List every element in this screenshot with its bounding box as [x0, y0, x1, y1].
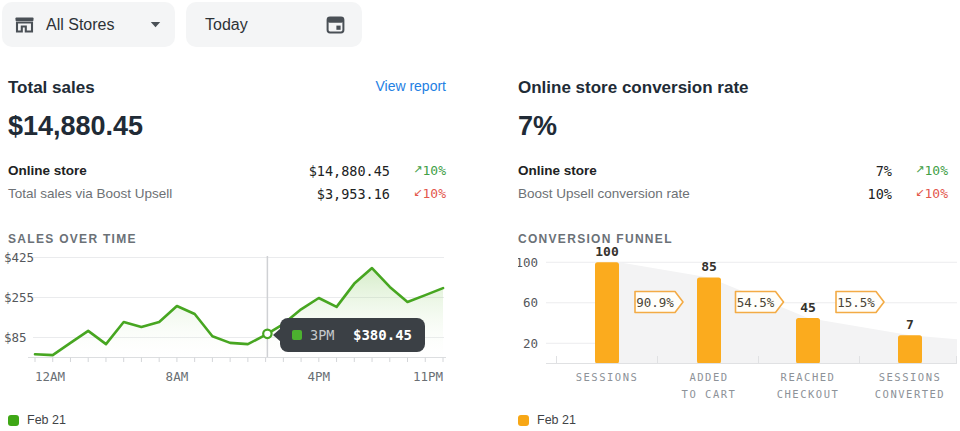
metric-change-up: ↗10%: [390, 163, 446, 178]
total-sales-panel: Total sales View report $14,880.45 Onlin…: [8, 78, 446, 246]
svg-text:20: 20: [523, 336, 538, 351]
store-filter-label: All Stores: [46, 16, 114, 34]
total-sales-title: Total sales: [8, 78, 95, 98]
svg-text:4PM: 4PM: [308, 369, 331, 384]
svg-text:TO CART: TO CART: [682, 388, 737, 400]
svg-text:45: 45: [800, 300, 816, 315]
hover-marker: [263, 330, 271, 338]
store-filter-button[interactable]: All Stores: [2, 2, 175, 47]
metric-row-online-store: Online store 7% ↗10%: [518, 159, 948, 182]
metric-value: $3,953.16: [317, 186, 390, 202]
arrow-down-icon: ↙: [413, 186, 422, 199]
legend-swatch-green: [8, 415, 19, 426]
legend-label: Feb 21: [27, 413, 66, 427]
change-percent: 10%: [423, 186, 446, 201]
svg-text:85: 85: [701, 259, 717, 274]
svg-text:90.9%: 90.9%: [636, 295, 674, 310]
svg-text:SESSIONS: SESSIONS: [576, 371, 639, 383]
chart-tooltip: 3PM $380.45: [280, 318, 425, 352]
svg-text:54.5%: 54.5%: [737, 295, 775, 310]
change-percent: 10%: [925, 186, 948, 201]
change-percent: 10%: [423, 163, 446, 178]
funnel-chart-legend: Feb 21: [518, 413, 576, 427]
svg-text:$255: $255: [4, 290, 34, 305]
metric-value: 10%: [868, 186, 892, 202]
metric-label: Online store: [8, 163, 309, 178]
metric-label: Boost Upsell conversion rate: [518, 186, 868, 201]
metric-change-up: ↗10%: [892, 163, 948, 178]
total-sales-value: $14,880.45: [8, 111, 446, 142]
tooltip-series-swatch: [292, 330, 302, 340]
calendar-icon: [325, 14, 346, 35]
conversion-rate-value: 7%: [518, 111, 948, 142]
chevron-down-icon: [150, 21, 161, 28]
metric-label: Online store: [518, 163, 876, 178]
metric-row-boost-upsell: Boost Upsell conversion rate 10% ↙10%: [518, 182, 948, 205]
svg-text:11PM: 11PM: [413, 369, 443, 384]
view-report-link[interactable]: View report: [375, 78, 446, 94]
svg-text:15.5%: 15.5%: [837, 295, 875, 310]
metric-value: $14,880.45: [309, 163, 390, 179]
change-percent: 10%: [925, 163, 948, 178]
metric-value: 7%: [876, 163, 892, 179]
svg-text:CONVERTED: CONVERTED: [875, 388, 945, 400]
legend-label: Feb 21: [537, 413, 576, 427]
svg-text:REACHED: REACHED: [781, 371, 836, 383]
metric-row-boost-upsell: Total sales via Boost Upsell $3,953.16 ↙…: [8, 182, 446, 205]
conversion-rate-title: Online store conversion rate: [518, 78, 749, 98]
tooltip-value: $380.45: [353, 327, 412, 343]
date-filter-label: Today: [205, 16, 248, 34]
conversion-rate-panel: Online store conversion rate 7% Online s…: [518, 78, 948, 246]
arrow-up-icon: ↗: [413, 163, 422, 176]
metric-row-online-store: Online store $14,880.45 ↗10%: [8, 159, 446, 182]
svg-text:100: 100: [595, 244, 619, 259]
x-axis: 12AM8AM4PM11PM: [28, 358, 446, 385]
metric-label: Total sales via Boost Upsell: [8, 186, 317, 201]
toolbar: All Stores Today: [0, 0, 960, 56]
arrow-up-icon: ↗: [915, 163, 924, 176]
storefront-icon: [14, 14, 35, 35]
metric-change-down: ↙10%: [390, 186, 446, 201]
legend-swatch-orange: [518, 415, 529, 426]
svg-text:CHECKOUT: CHECKOUT: [777, 388, 840, 400]
conversion-funnel-chart[interactable]: 10060201008545790.9%54.5%15.5%SESSIONSAD…: [518, 238, 960, 406]
svg-text:7: 7: [906, 317, 914, 332]
svg-text:$85: $85: [4, 330, 27, 345]
date-filter-button[interactable]: Today: [186, 2, 362, 47]
svg-text:100: 100: [518, 255, 538, 270]
tooltip-time: 3PM: [310, 327, 334, 343]
svg-text:12AM: 12AM: [35, 369, 65, 384]
svg-text:SESSIONS: SESSIONS: [879, 371, 942, 383]
sales-chart-legend: Feb 21: [8, 413, 66, 427]
svg-text:ADDED: ADDED: [689, 371, 728, 383]
metric-change-down: ↙10%: [892, 186, 948, 201]
conversion-badges: 90.9%54.5%15.5%: [635, 292, 884, 313]
svg-text:8AM: 8AM: [166, 369, 189, 384]
svg-text:$425: $425: [4, 250, 34, 265]
arrow-down-icon: ↙: [915, 186, 924, 199]
svg-text:60: 60: [523, 295, 538, 310]
